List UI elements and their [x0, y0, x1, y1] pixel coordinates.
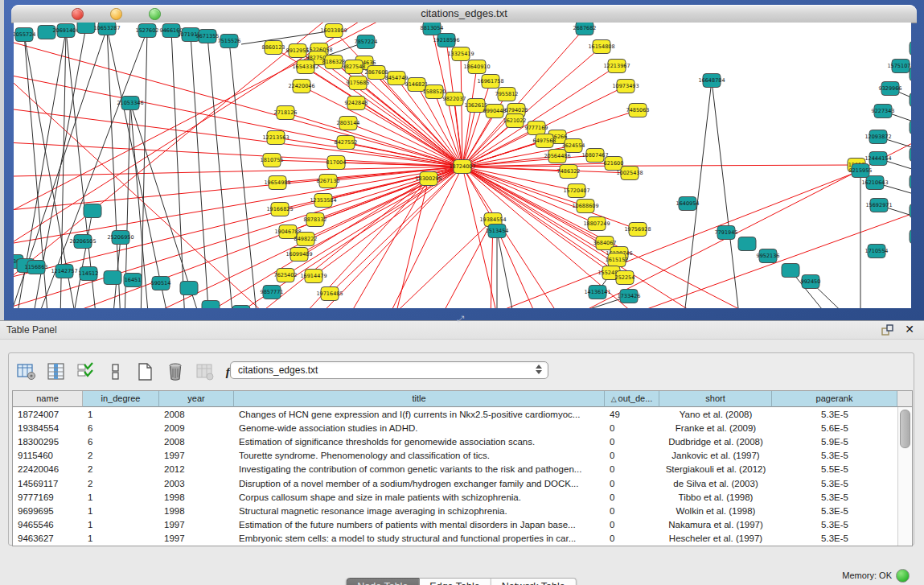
graph-node[interactable]: 8498222 [294, 233, 318, 246]
graph-node[interactable] [910, 121, 911, 134]
table-cell[interactable]: 2 [83, 479, 159, 488]
select-all-rows-icon[interactable] [75, 360, 97, 383]
table-cell[interactable]: 2003 [159, 479, 234, 488]
table-cell[interactable]: de Silva et al. (2003) [659, 479, 772, 488]
graph-node[interactable]: 10653287 [93, 23, 120, 35]
graph-node[interactable]: 15692971 [865, 199, 892, 212]
table-cell[interactable]: Genome-wide association studies in ADHD. [234, 423, 605, 433]
table-row[interactable]: 1830029562008Estimation of significance … [13, 435, 912, 448]
graph-edge[interactable] [712, 80, 740, 308]
graph-node[interactable]: 9822037 [443, 93, 466, 106]
table-cell[interactable]: 5.3E-5 [772, 506, 897, 516]
table-row[interactable]: 1938455462009Genome-wide association stu… [13, 421, 912, 435]
graph-node[interactable]: 19716485 [316, 287, 343, 301]
table-cell[interactable]: 5.5E-5 [772, 464, 897, 474]
table-cell[interactable]: 1997 [159, 534, 234, 543]
table-cell[interactable]: 0 [605, 479, 659, 488]
table-cell[interactable]: Estimation of the future numbers of pati… [234, 520, 605, 529]
table-source-select[interactable]: citations_edges.txt [230, 361, 548, 379]
graph-node[interactable] [180, 282, 198, 295]
graph-node[interactable]: 8267130 [317, 175, 340, 188]
graph-node[interactable]: 16210643 [861, 176, 888, 190]
table-cell[interactable]: Tibbo et al. (1998) [659, 492, 772, 502]
table-cell[interactable]: Estimation of significance thresholds fo… [234, 437, 605, 447]
graph-node[interactable]: 18640910 [463, 60, 490, 74]
graph-node[interactable]: 9952136 [757, 249, 780, 263]
graph-node[interactable] [910, 68, 911, 81]
graph-node[interactable]: 8215955 [849, 164, 873, 178]
table-cell[interactable]: 0 [605, 492, 659, 502]
table-cell[interactable]: 6 [83, 423, 159, 433]
graph-node[interactable]: 16648784 [698, 74, 725, 88]
graph-node[interactable] [910, 93, 911, 107]
table-cell[interactable]: 6 [83, 437, 159, 447]
graph-node[interactable]: 16451 [124, 274, 142, 287]
graph-node[interactable]: 2718126 [274, 106, 298, 120]
table-cell[interactable]: 2008 [159, 410, 234, 419]
graph-edge[interactable] [462, 67, 477, 167]
graph-edge[interactable] [14, 105, 462, 167]
table-cell[interactable]: 5.3E-5 [772, 451, 897, 460]
graph-node[interactable]: 16914479 [300, 270, 326, 283]
citation-network-graph[interactable]: 1872400718300295193845542242004692428482… [14, 23, 911, 308]
graph-node[interactable]: 590514 [151, 277, 171, 290]
graph-node[interactable]: 10688609 [572, 200, 598, 213]
table-cell[interactable]: 2012 [159, 464, 234, 474]
graph-node[interactable]: 621600 [604, 157, 624, 171]
table-settings-icon[interactable] [15, 360, 38, 383]
table-cell[interactable]: 1 [83, 410, 159, 419]
table-cell[interactable]: 5.6E-5 [772, 423, 897, 433]
graph-edge[interactable] [107, 28, 169, 308]
graph-node[interactable] [910, 175, 911, 189]
table-row[interactable]: 2242004622012Investigating the contribut… [13, 463, 912, 476]
table-cell[interactable]: 22420046 [13, 464, 83, 474]
graph-node[interactable]: 9175685 [347, 76, 370, 90]
graph-node[interactable]: 1513454 [486, 225, 509, 238]
graph-node[interactable]: 1710554 [865, 245, 889, 258]
graph-node[interactable] [910, 204, 911, 218]
table-cell[interactable]: Disruption of a novel member of a sodium… [234, 479, 605, 488]
table-row[interactable]: 946362711997Embryonic stem cells: a mode… [13, 532, 912, 546]
graph-edge[interactable] [386, 167, 462, 308]
graph-edge[interactable] [684, 80, 712, 308]
table-cell[interactable]: 9465546 [13, 520, 83, 529]
graph-node[interactable]: 8860123 [262, 41, 285, 55]
graph-node[interactable] [910, 42, 911, 56]
graph-node[interactable]: 1621022 [503, 114, 527, 128]
graph-node[interactable]: 992450 [801, 275, 821, 289]
close-panel-icon[interactable]: ✕ [905, 323, 914, 336]
table-cell[interactable]: 1997 [159, 520, 234, 529]
table-cell[interactable]: Investigating the contribution of common… [234, 464, 605, 474]
graph-edge[interactable] [462, 105, 476, 167]
graph-node[interactable]: 1733426 [618, 290, 641, 303]
graph-edge[interactable] [229, 41, 257, 308]
table-cell[interactable]: Wolkin et al. (1998) [659, 506, 772, 516]
table-row[interactable]: 946554611997Estimation of the future num… [13, 518, 912, 532]
table-cell[interactable]: 19384554 [13, 423, 83, 433]
table-cell[interactable]: 18300295 [13, 437, 83, 447]
graph-node[interactable] [84, 204, 101, 218]
table-cell[interactable]: Tourette syndrome. Phenomenology and cla… [234, 451, 605, 460]
network-canvas[interactable]: 1872400718300295193845542242004692428482… [14, 23, 911, 308]
table-cell[interactable]: 0 [605, 534, 659, 543]
table-cell[interactable]: 2009 [159, 423, 234, 433]
column-header-pagerank[interactable]: pagerank [772, 391, 897, 407]
graph-node[interactable]: 20206505 [69, 235, 96, 249]
graph-node[interactable]: 8878332 [304, 213, 327, 227]
column-header-year[interactable]: year [159, 391, 234, 407]
table-cell[interactable]: 9115460 [13, 451, 83, 460]
table-cell[interactable]: Structural magnetic resonance image aver… [234, 506, 605, 516]
column-header-name[interactable]: name [13, 391, 83, 407]
graph-node[interactable]: 9227343 [872, 105, 895, 118]
row-height-icon[interactable] [105, 360, 127, 383]
graph-node[interactable]: 12213967 [603, 60, 630, 73]
table-cell[interactable]: 2 [83, 464, 159, 474]
graph-node[interactable]: 1156863 [25, 261, 48, 274]
table-cell[interactable]: Stergiakouli et al. (2012) [659, 464, 772, 474]
delete-table-icon[interactable] [164, 360, 187, 383]
table-cell[interactable]: 9777169 [13, 492, 83, 502]
graph-node[interactable]: 2803144 [337, 117, 360, 130]
graph-node[interactable]: 7486322 [557, 165, 581, 179]
column-header-title[interactable]: title [234, 391, 605, 407]
graph-node[interactable] [104, 271, 121, 285]
